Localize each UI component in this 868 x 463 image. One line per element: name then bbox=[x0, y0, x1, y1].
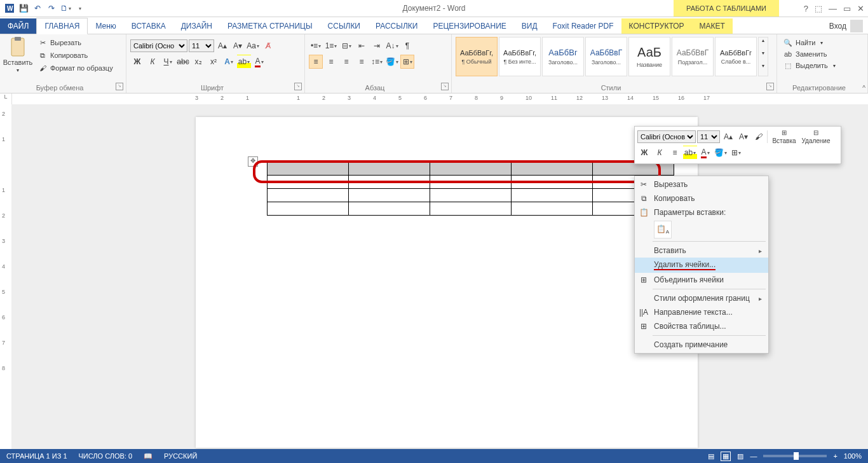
vertical-ruler[interactable]: 2112345678 bbox=[0, 104, 12, 449]
style-item[interactable]: АаБНазвание bbox=[628, 37, 670, 76]
tab-menu[interactable]: Меню bbox=[88, 18, 123, 34]
ctx-table-properties[interactable]: ⊞Свойства таблицы... bbox=[635, 319, 768, 333]
close-icon[interactable]: ✕ bbox=[857, 4, 864, 13]
table-row[interactable] bbox=[268, 189, 674, 202]
underline-button[interactable]: Ч bbox=[161, 55, 175, 69]
undo-icon[interactable]: ↶ bbox=[31, 1, 44, 15]
grow-font-button[interactable]: A▴ bbox=[215, 39, 229, 53]
redo-icon[interactable]: ↷ bbox=[44, 1, 58, 15]
ctx-delete-cells[interactable]: Удалить ячейки... bbox=[635, 258, 768, 273]
minimize-icon[interactable]: — bbox=[829, 4, 837, 13]
align-right-button[interactable]: ≡ bbox=[339, 55, 353, 69]
cut-button[interactable]: ✂Вырезать bbox=[36, 37, 115, 48]
multilevel-list-button[interactable]: ⊟ bbox=[339, 39, 353, 53]
style-item[interactable]: АаБбВвГПодзагол... bbox=[672, 37, 714, 76]
mini-insert-button[interactable]: ⊞Вставка bbox=[769, 129, 799, 144]
paste-button[interactable]: Вставить ▾ bbox=[4, 37, 32, 74]
decrease-indent-button[interactable]: ⇤ bbox=[355, 39, 369, 53]
tab-references[interactable]: ССЫЛКИ bbox=[320, 18, 368, 34]
subscript-button[interactable]: x₂ bbox=[191, 55, 205, 69]
document-table[interactable] bbox=[267, 162, 674, 216]
tab-home[interactable]: ГЛАВНАЯ bbox=[36, 18, 88, 34]
change-case-button[interactable]: Aa bbox=[246, 39, 260, 53]
line-spacing-button[interactable]: ↕≡ bbox=[370, 55, 384, 69]
mini-font-color[interactable]: A bbox=[698, 146, 712, 160]
word-icon[interactable]: W bbox=[3, 1, 17, 15]
status-language[interactable]: РУССКИЙ bbox=[164, 452, 197, 460]
mini-align-center[interactable]: ≡ bbox=[668, 146, 682, 160]
numbering-button[interactable]: 1≡ bbox=[324, 39, 338, 53]
mini-size-combo[interactable]: 11 bbox=[697, 130, 720, 143]
mini-font-combo[interactable]: Calibri (Основн bbox=[637, 130, 696, 143]
clipboard-dialog-launcher[interactable]: ↘ bbox=[116, 83, 123, 90]
mini-borders[interactable]: ⊞ bbox=[729, 146, 743, 160]
styles-more-button[interactable]: ▴▾▾ bbox=[758, 37, 768, 76]
mini-shading[interactable]: 🪣 bbox=[714, 146, 728, 160]
sort-button[interactable]: A↓ bbox=[385, 39, 399, 53]
shrink-font-button[interactable]: A▾ bbox=[231, 39, 245, 53]
zoom-in-button[interactable]: + bbox=[833, 452, 837, 460]
ctx-new-comment[interactable]: Создать примечание bbox=[635, 338, 768, 352]
zoom-level[interactable]: 100% bbox=[844, 452, 862, 460]
help-icon[interactable]: ? bbox=[804, 4, 808, 13]
strikethrough-button[interactable]: abc bbox=[176, 55, 190, 69]
zoom-slider[interactable] bbox=[763, 455, 827, 457]
show-marks-button[interactable]: ¶ bbox=[400, 39, 414, 53]
mini-grow-font[interactable]: A▴ bbox=[721, 130, 735, 144]
tab-page-layout[interactable]: РАЗМЕТКА СТРАНИЦЫ bbox=[220, 18, 320, 34]
table-row[interactable] bbox=[268, 162, 674, 176]
styles-dialog-launcher[interactable]: ↘ bbox=[766, 83, 774, 90]
mini-shrink-font[interactable]: A▾ bbox=[736, 130, 750, 144]
ctx-insert[interactable]: Вставить▸ bbox=[635, 244, 768, 258]
view-web-layout[interactable]: ▨ bbox=[737, 452, 743, 460]
styles-gallery[interactable]: АаБбВвГг,¶ ОбычныйАаБбВвГг,¶ Без инте...… bbox=[456, 37, 773, 76]
tab-review[interactable]: РЕЦЕНЗИРОВАНИЕ bbox=[425, 18, 513, 34]
tab-insert[interactable]: ВСТАВКА bbox=[124, 18, 173, 34]
align-left-button[interactable]: ≡ bbox=[309, 55, 323, 69]
font-name-combo[interactable]: Calibri (Осно bbox=[130, 39, 187, 52]
mini-format-painter[interactable]: 🖌 bbox=[752, 130, 766, 144]
login-area[interactable]: Вход bbox=[829, 20, 863, 32]
copy-button[interactable]: ⧉Копировать bbox=[36, 50, 115, 61]
justify-button[interactable]: ≡ bbox=[355, 55, 369, 69]
ctx-border-styles[interactable]: Стили оформления границ▸ bbox=[635, 291, 768, 305]
ctx-cut[interactable]: ✂Вырезать bbox=[635, 177, 768, 191]
restore-icon[interactable]: ▭ bbox=[843, 4, 851, 13]
style-item[interactable]: АаБбВвГг,¶ Обычный bbox=[456, 37, 498, 76]
save-icon[interactable]: 💾 bbox=[17, 1, 31, 15]
bold-button[interactable]: Ж bbox=[130, 55, 144, 69]
qat-customize-icon[interactable] bbox=[72, 1, 86, 15]
table-row[interactable] bbox=[268, 176, 674, 189]
clear-formatting-button[interactable]: A̸ bbox=[261, 39, 275, 53]
tab-mailings[interactable]: РАССЫЛКИ bbox=[368, 18, 425, 34]
zoom-out-button[interactable]: — bbox=[750, 452, 757, 460]
new-doc-icon[interactable]: 🗋 bbox=[58, 1, 72, 15]
tab-file[interactable]: ФАЙЛ bbox=[0, 18, 36, 34]
tab-table-design[interactable]: КОНСТРУКТОР bbox=[621, 18, 692, 34]
font-size-combo[interactable]: 11 bbox=[189, 39, 214, 52]
superscript-button[interactable]: x² bbox=[207, 55, 220, 69]
bullets-button[interactable]: •≡ bbox=[309, 39, 323, 53]
font-color-button[interactable]: A bbox=[252, 55, 266, 69]
collapse-ribbon-button[interactable]: ^ bbox=[862, 85, 865, 92]
style-item[interactable]: АаБбВвГЗаголово... bbox=[585, 37, 627, 76]
table-row[interactable] bbox=[268, 202, 674, 216]
ctx-copy[interactable]: ⧉Копировать bbox=[635, 191, 768, 205]
tab-view[interactable]: ВИД bbox=[514, 18, 545, 34]
ribbon-display-icon[interactable]: ⬚ bbox=[815, 4, 822, 13]
table-move-handle[interactable]: ✥ bbox=[248, 156, 258, 167]
style-item[interactable]: АаБбВвГгСлабое в... bbox=[715, 37, 757, 76]
increase-indent-button[interactable]: ⇥ bbox=[370, 39, 384, 53]
status-page[interactable]: СТРАНИЦА 1 ИЗ 1 bbox=[6, 452, 67, 460]
tab-design[interactable]: ДИЗАЙН bbox=[173, 18, 220, 34]
status-word-count[interactable]: ЧИСЛО СЛОВ: 0 bbox=[79, 452, 133, 460]
ctx-paste-option-keep-text[interactable]: 📋A bbox=[654, 221, 672, 238]
font-dialog-launcher[interactable]: ↘ bbox=[294, 83, 302, 90]
view-print-layout[interactable]: ▦ bbox=[721, 452, 731, 461]
format-painter-button[interactable]: 🖌Формат по образцу bbox=[36, 62, 115, 74]
view-read-mode[interactable]: ▤ bbox=[708, 452, 714, 460]
italic-button[interactable]: К bbox=[146, 55, 159, 69]
mini-delete-button[interactable]: ⊟Удаление bbox=[801, 129, 831, 144]
mini-italic[interactable]: К bbox=[653, 146, 667, 160]
tab-table-layout[interactable]: МАКЕТ bbox=[692, 18, 733, 34]
